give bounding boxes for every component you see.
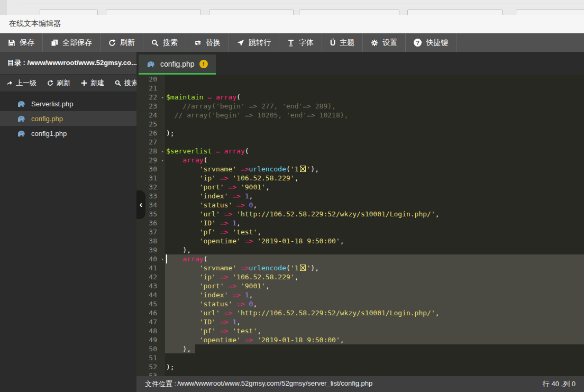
- code-line-content[interactable]: ),: [165, 344, 584, 353]
- code-line-47[interactable]: 47 'ID' => 1,: [136, 317, 584, 326]
- code-line-content[interactable]: $maintain = array(: [165, 93, 584, 102]
- code-line-32[interactable]: 32 'port' => '9001',: [136, 183, 584, 192]
- code-line-52[interactable]: 52);: [136, 362, 584, 371]
- file-item-serverlist-php[interactable]: Serverlist.php: [0, 96, 136, 111]
- code-line-content[interactable]: 'status' => 0,: [165, 200, 584, 209]
- code-line-40[interactable]: 40▾ array(: [136, 254, 584, 263]
- code-line-27[interactable]: 27: [136, 138, 584, 147]
- code-line-content[interactable]: 'url' => 'http://106.52.58.229:52/wkzy/s…: [165, 308, 584, 317]
- up-level-button[interactable]: 上一级: [6, 78, 36, 88]
- code-editor[interactable]: 202122▾$maintain = array(23 //array('beg…: [136, 75, 584, 376]
- code-token: 1: [232, 219, 236, 227]
- code-line-content[interactable]: 'port' => '9001',: [165, 281, 584, 290]
- goto-line-button[interactable]: 跳转行: [229, 33, 279, 52]
- save-button[interactable]: 保存: [0, 33, 43, 52]
- settings-button[interactable]: 设置: [363, 33, 406, 52]
- code-line-46[interactable]: 46 'url' => 'http://106.52.58.229:52/wkz…: [136, 308, 584, 317]
- search-button[interactable]: 搜索: [143, 33, 186, 52]
- new-file-button[interactable]: 新建: [81, 78, 104, 88]
- tab-config-php[interactable]: config.php !: [139, 54, 216, 75]
- code-line-45[interactable]: 45 'status' => 0,: [136, 299, 584, 308]
- code-line-content[interactable]: 'ID' => 1,: [165, 218, 584, 227]
- code-line-content[interactable]: 'url' => 'http://106.52.58.229:52/wkzy/s…: [165, 209, 584, 218]
- code-line-48[interactable]: 48 'pf' => 'test',: [136, 326, 584, 335]
- sidebar-collapse-handle[interactable]: ‹: [136, 190, 145, 219]
- code-line-24[interactable]: 24 // array('begin' => 10205, 'end'=> 10…: [136, 111, 584, 120]
- shortcuts-button[interactable]: ? 快捷键: [406, 33, 457, 52]
- code-line-content[interactable]: // array('begin' => 10205, 'end'=> 10218…: [165, 111, 584, 120]
- code-line-content[interactable]: array(: [165, 156, 584, 165]
- code-line-30[interactable]: 30 'srvname' =>urlencode('1'),: [136, 165, 584, 174]
- code-line-23[interactable]: 23 //array('begin' => 277, 'end'=> 289),: [136, 102, 584, 111]
- code-line-content[interactable]: [165, 120, 584, 129]
- code-line-21[interactable]: 21: [136, 84, 584, 93]
- code-line-content[interactable]: 'opentime' => '2019-01-18 9:50:00',: [165, 236, 584, 245]
- code-line-content[interactable]: 'index' => 1,: [165, 290, 584, 299]
- code-line-content[interactable]: );: [165, 362, 584, 371]
- file-item-config-php[interactable]: config.php: [0, 111, 136, 126]
- save-all-button[interactable]: 全部保存: [43, 33, 101, 52]
- code-line-content[interactable]: array(: [165, 254, 584, 263]
- code-line-content[interactable]: [165, 353, 584, 362]
- fold-arrow-icon[interactable]: ▾: [161, 147, 164, 156]
- code-line-content[interactable]: [165, 84, 584, 93]
- code-line-25[interactable]: 25: [136, 120, 584, 129]
- fold-arrow-icon[interactable]: ▾: [161, 255, 164, 264]
- code-line-content[interactable]: 'pf' => 'test',: [165, 227, 584, 236]
- code-line-content[interactable]: 'index' => 1,: [165, 192, 584, 200]
- code-token: 'url': [199, 309, 220, 317]
- theme-label: 主题: [340, 38, 354, 48]
- code-line-51[interactable]: 51: [136, 353, 584, 362]
- code-line-content[interactable]: $serverlist = array(: [165, 147, 584, 156]
- code-line-content[interactable]: ),: [165, 245, 584, 254]
- code-line-50[interactable]: 50 ),: [136, 344, 584, 353]
- code-line-content[interactable]: [165, 138, 584, 147]
- code-line-49[interactable]: 49 'opentime' => '2019-01-18 9:50:00',: [136, 335, 584, 344]
- code-line-26[interactable]: 26);: [136, 129, 584, 138]
- code-token: $maintain: [166, 93, 203, 101]
- code-line-44[interactable]: 44 'index' => 1,: [136, 290, 584, 299]
- code-line-38[interactable]: 38 'opentime' => '2019-01-18 9:50:00',: [136, 236, 584, 245]
- code-line-22[interactable]: 22▾$maintain = array(: [136, 93, 584, 102]
- save-icon: [8, 39, 15, 47]
- replace-button[interactable]: 替换: [186, 33, 229, 52]
- font-button[interactable]: 字体: [279, 33, 322, 52]
- refresh-button[interactable]: 刷新: [101, 33, 143, 52]
- page-title: 在线文本编辑器: [9, 19, 61, 29]
- code-line-34[interactable]: 34 'status' => 0,: [136, 200, 584, 209]
- code-line-content[interactable]: [165, 371, 584, 376]
- code-line-content[interactable]: 'opentime' => '2019-01-18 9:50:00',: [165, 335, 584, 344]
- code-line-content[interactable]: 'srvname' =>urlencode('1'),: [165, 263, 584, 272]
- theme-button[interactable]: Ü 主题: [322, 33, 363, 52]
- code-line-28[interactable]: 28▾$serverlist = array(: [136, 147, 584, 156]
- code-line-33[interactable]: 33 'index' => 1,: [136, 192, 584, 200]
- fold-arrow-icon[interactable]: ▾: [161, 156, 164, 165]
- fold-arrow-icon[interactable]: ▾: [161, 93, 164, 102]
- code-line-content[interactable]: 'ip' => '106.52.58.229',: [165, 174, 584, 183]
- sidebar-search-button[interactable]: 搜索: [115, 78, 136, 88]
- code-line-content[interactable]: //array('begin' => 277, 'end'=> 289),: [165, 102, 584, 111]
- code-token: [212, 93, 216, 101]
- file-item-config1-php[interactable]: config1.php: [0, 126, 136, 141]
- code-line-content[interactable]: 'srvname' =>urlencode('1'),: [165, 165, 584, 174]
- code-line-37[interactable]: 37 'pf' => 'test',: [136, 227, 584, 236]
- code-line-39[interactable]: 39 ),: [136, 245, 584, 254]
- code-line-53[interactable]: 53: [136, 371, 584, 376]
- code-line-36[interactable]: 36 'ID' => 1,: [136, 218, 584, 227]
- sidebar-refresh-button[interactable]: 刷新: [47, 78, 70, 88]
- code-line-42[interactable]: 42 'ip' => '106.52.58.229',: [136, 272, 584, 281]
- code-line-content[interactable]: 'pf' => 'test',: [165, 326, 584, 335]
- code-line-41[interactable]: 41 'srvname' =>urlencode('1'),: [136, 263, 584, 272]
- code-line-43[interactable]: 43 'port' => '9001',: [136, 281, 584, 290]
- code-line-31[interactable]: 31 'ip' => '106.52.58.229',: [136, 174, 584, 183]
- code-line-content[interactable]: 'status' => 0,: [165, 299, 584, 308]
- code-line-content[interactable]: 'port' => '9001',: [165, 183, 584, 192]
- code-line-29[interactable]: 29▾ array(: [136, 156, 584, 165]
- code-line-content[interactable]: 'ip' => '106.52.58.229',: [165, 272, 584, 281]
- code-token: ),: [311, 165, 319, 173]
- code-line-content[interactable]: );: [165, 129, 584, 138]
- code-line-35[interactable]: 35 'url' => 'http://106.52.58.229:52/wkz…: [136, 209, 584, 218]
- code-line-20[interactable]: 20: [136, 75, 584, 84]
- code-line-content[interactable]: [165, 75, 584, 84]
- code-line-content[interactable]: 'ID' => 1,: [165, 317, 584, 326]
